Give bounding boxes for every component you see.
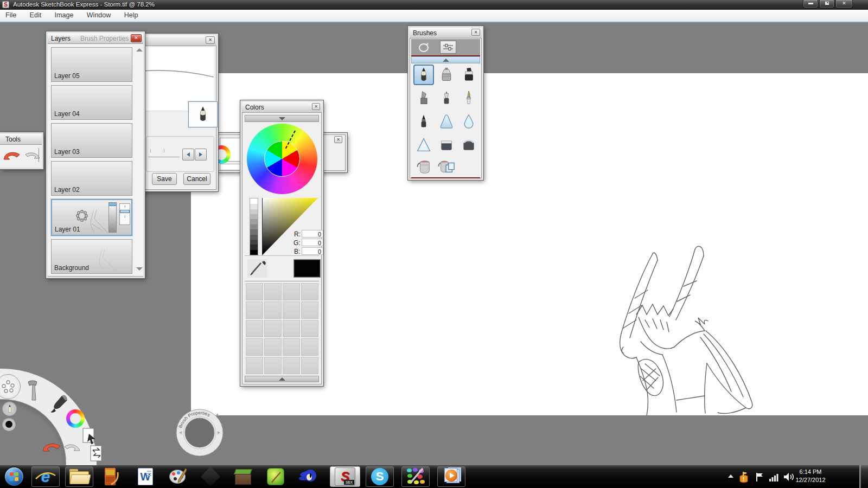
mini-color-dot-button[interactable] [2, 418, 16, 431]
minimize-button[interactable] [803, 0, 818, 8]
taskbar-media-player[interactable] [437, 466, 465, 487]
swatch-cell[interactable] [283, 338, 300, 356]
lagoon-redo-icon[interactable] [63, 443, 80, 453]
swatch-cell[interactable] [246, 283, 263, 300]
brush-paint-bucket[interactable] [413, 157, 434, 177]
menu-edit[interactable]: Edit [24, 10, 47, 19]
menu-image[interactable]: Image [49, 10, 79, 19]
brush-water-drop[interactable] [458, 111, 479, 132]
brush-soft-airbrush[interactable] [436, 111, 457, 132]
colors-close-icon[interactable]: ✕ [312, 103, 320, 110]
swatch-cell[interactable] [283, 320, 300, 337]
scroll-down-icon[interactable] [136, 267, 143, 271]
menu-file[interactable]: File [0, 10, 22, 19]
slider-decrease-button[interactable] [182, 149, 194, 160]
taskbar-skype[interactable]: S [366, 466, 394, 487]
hue-wheel[interactable] [247, 124, 317, 194]
swatch-cell[interactable] [264, 283, 282, 300]
swatch-cell[interactable] [301, 320, 318, 337]
b-value-field[interactable]: 0 [302, 247, 323, 255]
brush-properties-close-icon[interactable]: ✕ [206, 36, 215, 44]
brushes-close-icon[interactable]: ✕ [471, 29, 480, 36]
taskbar-paint-palette[interactable] [165, 466, 191, 487]
g-value-field[interactable]: 0 [302, 239, 323, 246]
taskbar-sonic-game[interactable] [295, 466, 321, 487]
size-slider[interactable] [148, 157, 180, 157]
taskbar-minecraft[interactable] [230, 466, 256, 487]
swatch-cell[interactable] [246, 320, 263, 337]
brush-chisel-pen[interactable] [413, 88, 434, 108]
layer-opacity-slider[interactable] [108, 202, 117, 233]
symmetry-bubble-icon[interactable] [0, 374, 21, 399]
layer-pages-icon[interactable] [89, 445, 104, 463]
undo-icon[interactable] [3, 150, 22, 162]
swatch-cell[interactable] [283, 301, 300, 319]
taskbar-inkscape[interactable] [197, 466, 224, 487]
brushes-collapse-bar[interactable] [411, 56, 480, 63]
taskbar-limewire[interactable] [263, 466, 289, 487]
hidden-icons-chevron[interactable] [728, 474, 733, 478]
swatch-cell[interactable] [264, 301, 282, 319]
taskbar-internet-explorer[interactable]: e [31, 466, 60, 487]
taskbar-sketchbook-active[interactable]: S SBX [330, 466, 360, 487]
orange-alert-icon[interactable]: ! [738, 471, 750, 484]
brush-marker[interactable] [458, 65, 479, 85]
brush-settings-button[interactable] [440, 41, 456, 54]
layer-move-control[interactable]: ↑↓ [119, 203, 130, 225]
taskbar-word[interactable]: W [132, 466, 158, 487]
swatch-cell[interactable] [264, 357, 282, 374]
color-wheel-tool-icon[interactable] [66, 409, 85, 428]
layer-item-04[interactable]: Layer 04 [51, 85, 132, 120]
swatch-cell[interactable] [301, 338, 318, 356]
swatch-cell[interactable] [246, 301, 263, 319]
paintbrush-tool-icon[interactable] [49, 395, 69, 416]
slider-increase-button[interactable] [195, 149, 207, 160]
brush-flood-fill[interactable] [436, 157, 457, 177]
r-value-field[interactable]: 0 [302, 230, 323, 237]
close-button[interactable]: ✕ [835, 0, 853, 8]
brush-felt-tip[interactable] [413, 111, 434, 132]
save-button[interactable]: Save [152, 173, 177, 185]
swatch-cell[interactable] [264, 338, 282, 356]
layers-close-icon[interactable]: ✕ [131, 34, 142, 42]
grayscale-ramp[interactable] [250, 198, 258, 255]
taskbar-art-dots-app[interactable] [401, 466, 430, 487]
tools-grip[interactable] [39, 148, 39, 162]
brush-soft-eraser[interactable] [458, 134, 479, 155]
brush-properties-puck[interactable]: Brush Properties + [175, 408, 225, 458]
swatch-cell[interactable] [264, 320, 282, 337]
swatch-cell[interactable] [301, 357, 318, 374]
brush-ballpoint[interactable] [436, 88, 457, 108]
swatch-collapse-bar[interactable] [245, 376, 319, 382]
swatch-cell[interactable] [283, 357, 300, 374]
brush-sharp-triangle[interactable] [413, 134, 434, 155]
network-bars-icon[interactable] [769, 473, 780, 481]
swatch-cell[interactable] [301, 283, 318, 300]
eyedropper-button[interactable] [247, 259, 267, 278]
redo-icon[interactable] [24, 151, 40, 161]
cancel-button[interactable]: Cancel [183, 173, 210, 185]
taskbar-windows-explorer[interactable] [65, 466, 93, 487]
layer-item-03[interactable]: Layer 03 [51, 123, 132, 158]
swatch-cell[interactable] [246, 357, 263, 374]
brush-pencil[interactable] [413, 65, 434, 85]
swatch-cell[interactable] [283, 283, 300, 300]
mini-pencil-button[interactable] [2, 401, 17, 416]
background-panel-close-icon[interactable]: ✕ [334, 136, 342, 143]
puck-plus[interactable]: + [216, 412, 219, 418]
swatch-cell[interactable] [301, 301, 318, 319]
lagoon-undo-icon[interactable] [42, 441, 62, 453]
layer-editor-icon[interactable] [81, 427, 98, 446]
show-desktop-button[interactable] [859, 465, 868, 488]
utility-hammer-icon[interactable] [25, 380, 42, 402]
menu-help[interactable]: Help [119, 10, 144, 19]
layer-item-05[interactable]: Layer 05 [51, 47, 132, 82]
action-center-flag-icon[interactable] [755, 472, 765, 483]
swatch-cell[interactable] [246, 338, 263, 356]
brush-paintbrush[interactable] [458, 88, 479, 108]
start-button[interactable] [1, 466, 27, 487]
layer-item-background[interactable]: Background [51, 239, 132, 274]
menu-window[interactable]: Window [81, 10, 116, 19]
current-color-swatch[interactable] [294, 260, 320, 277]
taskbar-movie-maker[interactable] [99, 466, 125, 487]
